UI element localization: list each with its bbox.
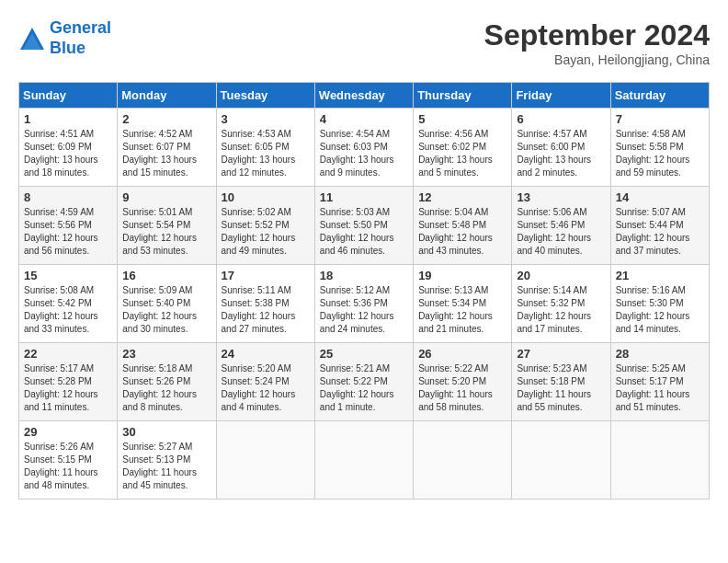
day-number: 29 [24, 425, 112, 439]
day-info: Sunrise: 5:22 AM Sunset: 5:20 PM Dayligh… [418, 362, 506, 414]
weekday-header-saturday: Saturday [610, 83, 709, 109]
calendar-day-cell: 6Sunrise: 4:57 AM Sunset: 6:00 PM Daylig… [512, 109, 610, 187]
location-subtitle: Bayan, Heilongjiang, China [484, 52, 710, 67]
calendar-day-cell: 12Sunrise: 5:04 AM Sunset: 5:48 PM Dayli… [414, 187, 512, 265]
calendar-table: SundayMondayTuesdayWednesdayThursdayFrid… [18, 82, 710, 500]
calendar-day-cell: 1Sunrise: 4:51 AM Sunset: 6:09 PM Daylig… [19, 109, 118, 187]
day-info: Sunrise: 5:03 AM Sunset: 5:50 PM Dayligh… [320, 206, 408, 258]
weekday-header-sunday: Sunday [19, 83, 118, 109]
day-number: 11 [320, 190, 408, 204]
day-info: Sunrise: 4:58 AM Sunset: 5:58 PM Dayligh… [616, 128, 704, 179]
day-number: 7 [616, 112, 704, 126]
calendar-day-cell: 21Sunrise: 5:16 AM Sunset: 5:30 PM Dayli… [610, 265, 709, 343]
day-number: 23 [122, 347, 210, 361]
calendar-day-cell [314, 421, 413, 500]
day-number: 3 [222, 112, 310, 126]
day-number: 30 [122, 425, 210, 439]
day-info: Sunrise: 5:23 AM Sunset: 5:18 PM Dayligh… [517, 362, 605, 414]
logo: General Blue [18, 18, 111, 58]
calendar-day-cell: 30Sunrise: 5:27 AM Sunset: 5:13 PM Dayli… [118, 421, 216, 500]
day-number: 15 [24, 269, 112, 282]
calendar-week-row: 15Sunrise: 5:08 AM Sunset: 5:42 PM Dayli… [19, 265, 710, 343]
day-info: Sunrise: 5:27 AM Sunset: 5:13 PM Dayligh… [122, 441, 210, 492]
weekday-header-thursday: Thursday [414, 83, 512, 109]
logo-line2: Blue [50, 39, 85, 57]
calendar-week-row: 1Sunrise: 4:51 AM Sunset: 6:09 PM Daylig… [19, 109, 710, 187]
calendar-day-cell: 24Sunrise: 5:20 AM Sunset: 5:24 PM Dayli… [216, 343, 314, 421]
day-info: Sunrise: 5:14 AM Sunset: 5:32 PM Dayligh… [517, 284, 605, 336]
page-header: General Blue September 2024 Bayan, Heilo… [18, 18, 710, 67]
day-number: 5 [418, 112, 506, 126]
day-number: 12 [418, 190, 506, 204]
calendar-week-row: 22Sunrise: 5:17 AM Sunset: 5:28 PM Dayli… [19, 343, 710, 421]
calendar-day-cell: 26Sunrise: 5:22 AM Sunset: 5:20 PM Dayli… [414, 343, 512, 421]
calendar-day-cell: 10Sunrise: 5:02 AM Sunset: 5:52 PM Dayli… [216, 187, 314, 265]
day-info: Sunrise: 5:26 AM Sunset: 5:15 PM Dayligh… [24, 441, 112, 492]
day-info: Sunrise: 5:04 AM Sunset: 5:48 PM Dayligh… [418, 206, 506, 258]
day-info: Sunrise: 5:25 AM Sunset: 5:17 PM Dayligh… [616, 362, 704, 414]
calendar-day-cell: 8Sunrise: 4:59 AM Sunset: 5:56 PM Daylig… [19, 187, 118, 265]
calendar-day-cell: 9Sunrise: 5:01 AM Sunset: 5:54 PM Daylig… [118, 187, 216, 265]
calendar-day-cell: 4Sunrise: 4:54 AM Sunset: 6:03 PM Daylig… [314, 109, 413, 187]
day-number: 18 [320, 269, 408, 282]
day-info: Sunrise: 4:52 AM Sunset: 6:07 PM Dayligh… [122, 128, 210, 179]
day-info: Sunrise: 5:08 AM Sunset: 5:42 PM Dayligh… [24, 284, 112, 336]
day-info: Sunrise: 5:02 AM Sunset: 5:52 PM Dayligh… [222, 206, 310, 258]
day-number: 4 [320, 112, 408, 126]
weekday-header-tuesday: Tuesday [216, 83, 314, 109]
calendar-week-row: 29Sunrise: 5:26 AM Sunset: 5:15 PM Dayli… [19, 421, 710, 500]
day-number: 13 [517, 190, 605, 204]
logo-line1: General [50, 18, 111, 37]
day-info: Sunrise: 5:17 AM Sunset: 5:28 PM Dayligh… [24, 362, 112, 414]
day-info: Sunrise: 4:53 AM Sunset: 6:05 PM Dayligh… [222, 128, 310, 179]
day-number: 9 [122, 190, 210, 204]
calendar-day-cell: 20Sunrise: 5:14 AM Sunset: 5:32 PM Dayli… [512, 265, 610, 343]
day-info: Sunrise: 5:12 AM Sunset: 5:36 PM Dayligh… [320, 284, 408, 336]
calendar-day-cell: 22Sunrise: 5:17 AM Sunset: 5:28 PM Dayli… [19, 343, 118, 421]
day-info: Sunrise: 5:13 AM Sunset: 5:34 PM Dayligh… [418, 284, 506, 336]
calendar-day-cell: 3Sunrise: 4:53 AM Sunset: 6:05 PM Daylig… [216, 109, 314, 187]
day-number: 25 [320, 347, 408, 361]
calendar-day-cell [414, 421, 512, 500]
calendar-day-cell: 25Sunrise: 5:21 AM Sunset: 5:22 PM Dayli… [314, 343, 413, 421]
calendar-day-cell: 7Sunrise: 4:58 AM Sunset: 5:58 PM Daylig… [610, 109, 709, 187]
calendar-day-cell: 28Sunrise: 5:25 AM Sunset: 5:17 PM Dayli… [610, 343, 709, 421]
day-number: 8 [24, 190, 112, 204]
day-info: Sunrise: 5:11 AM Sunset: 5:38 PM Dayligh… [222, 284, 310, 336]
day-number: 28 [616, 347, 704, 361]
day-number: 6 [517, 112, 605, 126]
day-number: 26 [418, 347, 506, 361]
day-info: Sunrise: 5:21 AM Sunset: 5:22 PM Dayligh… [320, 362, 408, 414]
day-info: Sunrise: 5:09 AM Sunset: 5:40 PM Dayligh… [122, 284, 210, 336]
calendar-day-cell: 16Sunrise: 5:09 AM Sunset: 5:40 PM Dayli… [118, 265, 216, 343]
logo-icon [18, 26, 46, 52]
logo-text: General Blue [50, 18, 111, 58]
day-info: Sunrise: 5:18 AM Sunset: 5:26 PM Dayligh… [122, 362, 210, 414]
weekday-header-friday: Friday [512, 83, 610, 109]
weekday-header-wednesday: Wednesday [314, 83, 413, 109]
calendar-day-cell: 19Sunrise: 5:13 AM Sunset: 5:34 PM Dayli… [414, 265, 512, 343]
title-block: September 2024 Bayan, Heilongjiang, Chin… [484, 18, 710, 67]
calendar-day-cell: 11Sunrise: 5:03 AM Sunset: 5:50 PM Dayli… [314, 187, 413, 265]
day-number: 20 [517, 269, 605, 282]
day-info: Sunrise: 4:51 AM Sunset: 6:09 PM Dayligh… [24, 128, 112, 179]
calendar-day-cell [216, 421, 314, 500]
calendar-day-cell: 18Sunrise: 5:12 AM Sunset: 5:36 PM Dayli… [314, 265, 413, 343]
day-info: Sunrise: 4:57 AM Sunset: 6:00 PM Dayligh… [517, 128, 605, 179]
month-title: September 2024 [484, 18, 710, 52]
calendar-day-cell: 5Sunrise: 4:56 AM Sunset: 6:02 PM Daylig… [414, 109, 512, 187]
calendar-day-cell: 23Sunrise: 5:18 AM Sunset: 5:26 PM Dayli… [118, 343, 216, 421]
calendar-week-row: 8Sunrise: 4:59 AM Sunset: 5:56 PM Daylig… [19, 187, 710, 265]
day-number: 10 [222, 190, 310, 204]
day-number: 17 [222, 269, 310, 282]
day-info: Sunrise: 5:01 AM Sunset: 5:54 PM Dayligh… [122, 206, 210, 258]
day-number: 19 [418, 269, 506, 282]
calendar-day-cell: 17Sunrise: 5:11 AM Sunset: 5:38 PM Dayli… [216, 265, 314, 343]
day-number: 2 [122, 112, 210, 126]
calendar-day-cell: 2Sunrise: 4:52 AM Sunset: 6:07 PM Daylig… [118, 109, 216, 187]
calendar-day-cell: 27Sunrise: 5:23 AM Sunset: 5:18 PM Dayli… [512, 343, 610, 421]
day-info: Sunrise: 5:07 AM Sunset: 5:44 PM Dayligh… [616, 206, 704, 258]
day-info: Sunrise: 5:20 AM Sunset: 5:24 PM Dayligh… [222, 362, 310, 414]
weekday-header-monday: Monday [118, 83, 216, 109]
day-number: 16 [122, 269, 210, 282]
